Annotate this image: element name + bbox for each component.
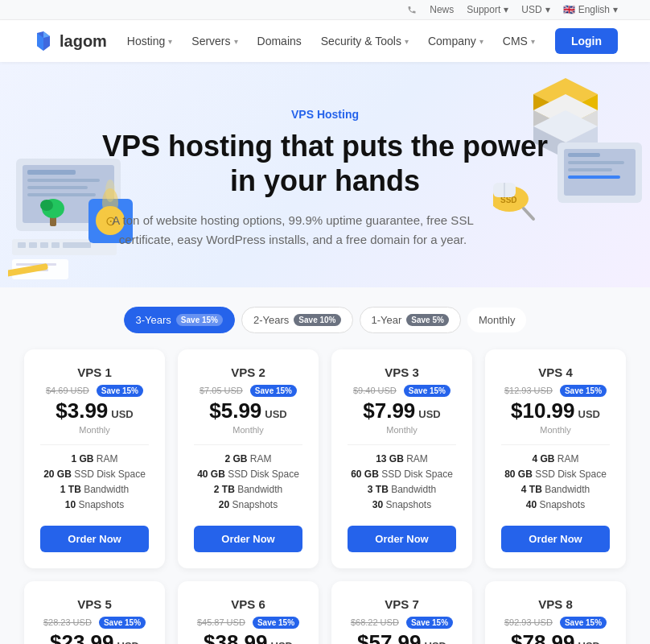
plan-divider <box>501 444 610 445</box>
plan-feature: 40 Snapshots <box>501 499 610 510</box>
plan-period: Monthly <box>348 425 456 435</box>
plan-original-price: $92.93 USD <box>504 617 553 627</box>
plan-price-meta: $68.22 USD Save 15% <box>348 617 456 627</box>
nav-cms[interactable]: CMS ▾ <box>503 35 535 47</box>
plan-name: VPS 2 <box>194 365 302 379</box>
plan-period: Monthly <box>194 425 302 435</box>
plan-original-price: $7.05 USD <box>200 386 243 395</box>
plan-original-price: $45.87 USD <box>197 617 245 627</box>
plan-divider <box>40 444 149 445</box>
plan-original-price: $28.23 USD <box>43 617 92 627</box>
hero-description: A ton of website hosting options, 99.9% … <box>100 211 486 250</box>
plan-save-badge: Save 15% <box>250 385 297 397</box>
billing-1year[interactable]: 1-Year Save 5% <box>360 307 461 333</box>
plan-original-price: $12.93 USD <box>504 386 553 395</box>
plan-feature: 1 TB Bandwidth <box>40 484 149 495</box>
chevron-down-icon: ▾ <box>405 37 409 46</box>
topbar-language[interactable]: 🇬🇧 English ▾ <box>563 4 618 15</box>
topbar: News Support ▾ USD ▾ 🇬🇧 English ▾ <box>0 0 650 20</box>
order-now-button[interactable]: Order Now <box>40 526 149 552</box>
plan-name: VPS 1 <box>40 365 149 379</box>
plan-currency: USD <box>117 640 139 644</box>
plan-price: $38.99 <box>204 630 268 644</box>
svg-rect-2 <box>27 170 76 175</box>
plan-price-row: $78.99 USD <box>501 630 610 644</box>
plan-price: $78.99 <box>511 630 575 644</box>
plan-currency: USD <box>425 640 446 644</box>
plan-feature: 20 GB SSD Disk Space <box>40 469 149 480</box>
plan-price-row: $10.99 USD <box>501 398 610 423</box>
plan-name: VPS 4 <box>501 365 610 379</box>
plan-name: VPS 3 <box>348 365 456 379</box>
svg-rect-12 <box>40 242 48 248</box>
header: lagom Hosting ▾ Servers ▾ Domains Securi… <box>0 20 650 62</box>
plan-name: VPS 7 <box>348 597 456 611</box>
chevron-down-icon: ▾ <box>168 37 172 46</box>
plan-price-meta: $45.87 USD Save 15% <box>194 617 302 627</box>
plan-original-price: $4.69 USD <box>46 386 89 395</box>
login-button[interactable]: Login <box>555 28 618 54</box>
plan-name: VPS 8 <box>501 597 610 611</box>
topbar-support[interactable]: Support ▾ <box>467 4 508 15</box>
plan-card: VPS 2 $7.05 USD Save 15% $5.99 USD Month… <box>178 349 319 568</box>
billing-2years[interactable]: 2-Years Save 10% <box>241 307 352 333</box>
topbar-news[interactable]: News <box>430 4 454 15</box>
plan-save-badge: Save 15% <box>560 617 607 629</box>
nav-security-tools[interactable]: Security & Tools ▾ <box>321 35 409 47</box>
plan-feature: 2 GB RAM <box>194 453 302 464</box>
topbar-currency[interactable]: USD ▾ <box>521 4 549 15</box>
plan-card: VPS 6 $45.87 USD Save 15% $38.99 USD Mon… <box>178 581 319 644</box>
plan-name: VPS 5 <box>40 597 149 611</box>
hero-title: VPS hosting that puts the power in your … <box>100 129 550 198</box>
plan-original-price: $9.40 USD <box>353 386 397 395</box>
plan-currency: USD <box>418 408 440 420</box>
plan-feature: 4 GB RAM <box>501 453 610 464</box>
order-now-button[interactable]: Order Now <box>501 526 610 552</box>
order-now-button[interactable]: Order Now <box>348 526 456 552</box>
plan-feature: 13 GB RAM <box>348 453 456 464</box>
plan-price-meta: $9.40 USD Save 15% <box>348 386 456 395</box>
plan-price-meta: $12.93 USD Save 15% <box>501 386 610 395</box>
chevron-icon: ▾ <box>504 4 508 15</box>
plan-price-row: $57.99 USD <box>348 630 456 644</box>
plans-section: VPS 1 $4.69 USD Save 15% $3.99 USD Month… <box>0 341 650 644</box>
svg-rect-26 <box>568 153 600 157</box>
plan-card: VPS 4 $12.93 USD Save 15% $10.99 USD Mon… <box>485 349 626 568</box>
save-badge-2yr: Save 10% <box>294 314 340 326</box>
billing-3years[interactable]: 3-Years Save 15% <box>124 307 235 333</box>
plan-feature: 4 TB Bandwidth <box>501 484 610 495</box>
save-badge-1yr: Save 5% <box>406 314 449 326</box>
plan-price: $7.99 <box>363 398 415 423</box>
plan-card: VPS 8 $92.93 USD Save 15% $78.99 USD Mon… <box>485 581 626 644</box>
plan-price-row: $38.99 USD <box>194 630 302 644</box>
plan-price: $10.99 <box>511 398 575 423</box>
nav-hosting[interactable]: Hosting ▾ <box>127 35 172 47</box>
nav-company[interactable]: Company ▾ <box>428 35 483 47</box>
nav-domains[interactable]: Domains <box>257 35 302 47</box>
billing-monthly[interactable]: Monthly <box>467 308 527 332</box>
plan-period: Monthly <box>501 425 610 435</box>
plans-row-2: VPS 5 $28.23 USD Save 15% $23.99 USD Mon… <box>24 581 626 644</box>
plan-price-meta: $4.69 USD Save 15% <box>40 386 149 395</box>
save-badge-3yr: Save 15% <box>176 314 223 326</box>
order-now-button[interactable]: Order Now <box>194 526 302 552</box>
plans-row-1: VPS 1 $4.69 USD Save 15% $3.99 USD Month… <box>24 349 626 568</box>
billing-toggle: 3-Years Save 15% 2-Years Save 10% 1-Year… <box>0 287 650 341</box>
plan-save-badge: Save 15% <box>560 385 607 397</box>
plan-price-row: $23.99 USD <box>40 630 149 644</box>
plan-currency: USD <box>265 408 286 420</box>
plan-feature: 20 Snapshots <box>194 499 302 510</box>
nav-servers[interactable]: Servers ▾ <box>191 35 237 47</box>
plan-feature: 30 Snapshots <box>348 499 456 510</box>
plan-price: $57.99 <box>357 630 422 644</box>
logo[interactable]: lagom <box>32 30 107 52</box>
plan-feature: 1 GB RAM <box>40 453 149 464</box>
svg-rect-14 <box>63 242 91 248</box>
svg-rect-29 <box>568 175 620 179</box>
plan-price: $5.99 <box>209 398 261 423</box>
plan-price: $3.99 <box>56 398 108 423</box>
plan-feature: 3 TB Bandwidth <box>348 484 456 495</box>
svg-rect-3 <box>27 179 100 182</box>
plan-price-row: $5.99 USD <box>194 398 302 423</box>
plan-currency: USD <box>111 408 133 420</box>
